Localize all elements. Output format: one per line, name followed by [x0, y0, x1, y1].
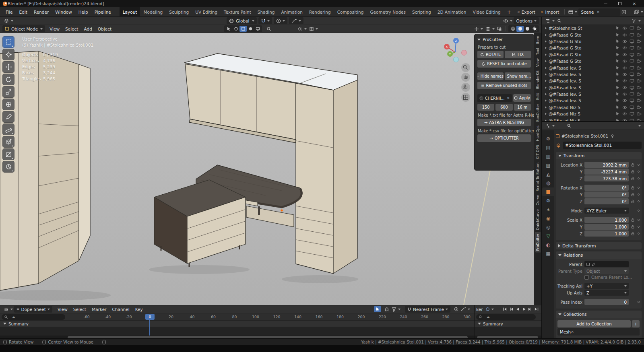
outliner-object-name[interactable]: @#Fasad G Sto — [549, 39, 615, 44]
eye-icon[interactable] — [622, 92, 627, 97]
z-field[interactable]: 0° — [584, 198, 629, 204]
workspace-tab-2d-animation[interactable]: 2D Animation — [434, 7, 470, 17]
collection-item[interactable]: Mesh ✕ — [557, 328, 640, 336]
maximize-button[interactable] — [613, 0, 627, 7]
tall-cabinet-object[interactable] — [296, 80, 357, 274]
new-collection-button[interactable]: + — [632, 320, 640, 327]
add-workspace-button[interactable]: + — [504, 9, 514, 15]
close-button[interactable]: ✕ — [627, 0, 642, 7]
current-frame-indicator[interactable]: 0 — [145, 314, 155, 320]
eye-icon[interactable] — [622, 33, 627, 37]
reset-fix-rotate-button[interactable]: RESET fix and rotate — [477, 60, 531, 68]
dope-menu-key[interactable]: Key — [132, 307, 146, 312]
expand-icon[interactable] — [544, 60, 548, 62]
animate-dot[interactable] — [638, 187, 640, 189]
lock-icon[interactable] — [630, 192, 636, 197]
scene-selector[interactable]: Scene✕ — [578, 8, 620, 16]
minimize-button[interactable] — [598, 0, 613, 7]
collections-panel-header[interactable]: Collections — [556, 311, 642, 318]
monitor-icon[interactable] — [630, 118, 634, 121]
expand-icon[interactable] — [544, 86, 548, 89]
properties-tab-texture[interactable]: ▦ — [542, 249, 554, 258]
only-selected-toggle[interactable] — [374, 306, 381, 312]
outliner-object-name[interactable]: @#Fasad lev. S — [549, 72, 615, 77]
eye-icon[interactable] — [622, 26, 627, 31]
shading-solid-button[interactable] — [516, 26, 524, 32]
remove-unused-slots-button[interactable]: ≡Remove unused slots — [477, 82, 531, 89]
3d-viewport[interactable]: X Y Z User Perspective (9) Yashik | #Sto… — [0, 33, 541, 305]
eyedropper-icon[interactable] — [592, 262, 596, 266]
menu-render[interactable]: Render — [31, 7, 52, 17]
properties-options-icon[interactable] — [637, 122, 642, 130]
expand-icon[interactable] — [544, 99, 548, 102]
keyframe-area[interactable] — [0, 327, 474, 336]
sidebar-tab-boxcutter[interactable]: BoxCutter — [535, 102, 541, 124]
tool-add-cube-button[interactable] — [2, 136, 14, 148]
outliner-object-name[interactable]: @#Fasad G Sto — [549, 45, 615, 50]
new-scene-button[interactable] — [620, 8, 627, 16]
monitor-icon[interactable] — [630, 105, 634, 110]
collection-visibility-icons[interactable] — [224, 25, 262, 32]
animate-dot[interactable] — [638, 171, 640, 173]
properties-search-icon[interactable] — [566, 122, 572, 130]
z-field[interactable]: 723.38 mm — [584, 175, 629, 181]
expand-icon[interactable] — [544, 93, 548, 95]
animate-dot[interactable] — [638, 210, 640, 212]
pan-button[interactable] — [461, 73, 470, 82]
monitor-icon[interactable] — [630, 66, 634, 70]
outliner-options-icon[interactable] — [637, 17, 642, 25]
tool-boxcutter-button[interactable] — [2, 148, 14, 160]
select-arrow-icon[interactable] — [615, 59, 620, 63]
channel-search-field[interactable]: ◂▸ — [2, 314, 65, 320]
outliner-object-name[interactable]: #Stoleshnica St — [549, 26, 615, 31]
show-gizmo-toggle[interactable] — [473, 25, 484, 33]
sidebar-tab-view[interactable]: View — [535, 57, 541, 68]
viewport-menu-select[interactable]: Select — [62, 27, 81, 31]
camera-parent-checkbox[interactable] — [584, 275, 589, 280]
properties-tab-constraints[interactable]: ◎ — [542, 223, 554, 232]
summary-channel-right[interactable]: Summary — [475, 321, 541, 327]
outliner-editor-type-button[interactable] — [544, 17, 556, 25]
tool-hardops-button[interactable] — [2, 161, 14, 173]
menu-help[interactable]: Help — [75, 7, 91, 17]
apply-button[interactable]: Apply — [513, 94, 531, 102]
sync-dropdown[interactable] — [484, 306, 495, 313]
lock-icon[interactable] — [630, 176, 636, 181]
export-button[interactable]: «Export — [514, 8, 538, 16]
select-arrow-icon[interactable] — [615, 105, 620, 109]
workspace-tab-uv-editing[interactable]: UV Editing — [192, 7, 221, 17]
camera-icon[interactable] — [637, 118, 642, 121]
add-to-collection-button[interactable]: Add to Collection — [557, 320, 631, 327]
tracking-axis-dropdown[interactable]: +Y — [584, 283, 629, 289]
camera-icon[interactable] — [637, 52, 642, 57]
monitor-icon[interactable] — [630, 52, 634, 57]
select-arrow-icon[interactable] — [615, 92, 620, 96]
fix-button[interactable]: FIX — [505, 51, 531, 58]
sidebar-tab-hardops[interactable]: HardOps — [535, 124, 541, 143]
eye-icon[interactable] — [622, 66, 627, 70]
show-names-button[interactable]: Show nam... — [505, 72, 531, 80]
lock-icon[interactable] — [630, 231, 636, 236]
outliner-row[interactable]: @#Fasad lev. S — [542, 71, 644, 78]
outliner-row[interactable]: @#Fasad lev. S — [542, 84, 644, 91]
filter-dropdown[interactable] — [390, 306, 402, 313]
outliner-search-icon[interactable] — [556, 17, 563, 25]
outliner-row[interactable]: @#Fasad Niz S — [542, 111, 644, 117]
camera-view-button[interactable] — [461, 83, 470, 92]
eye-icon[interactable] — [622, 98, 627, 103]
perspective-toggle-button[interactable] — [461, 93, 470, 102]
menu-edit[interactable]: Edit — [16, 7, 31, 17]
tool-cursor-button[interactable] — [2, 49, 14, 60]
cut-thickness-field[interactable]: 16 m — [514, 104, 531, 111]
lock-icon[interactable] — [630, 224, 636, 229]
tool-move-button[interactable] — [2, 61, 14, 73]
properties-editor-type-button[interactable] — [544, 122, 556, 130]
monitor-icon[interactable] — [630, 85, 634, 90]
opticutter-button[interactable]: →OPTICUTTER — [477, 134, 531, 142]
eye-icon[interactable] — [622, 45, 627, 50]
select-arrow-icon[interactable] — [615, 52, 620, 57]
sidebar-tab-quickcurve[interactable]: QuickCurve — [535, 208, 541, 232]
transform-orientation-dropdown[interactable]: Global — [227, 17, 257, 24]
procutter-panel-header[interactable]: ProCutter — [477, 36, 531, 43]
monitor-icon[interactable] — [630, 111, 634, 116]
